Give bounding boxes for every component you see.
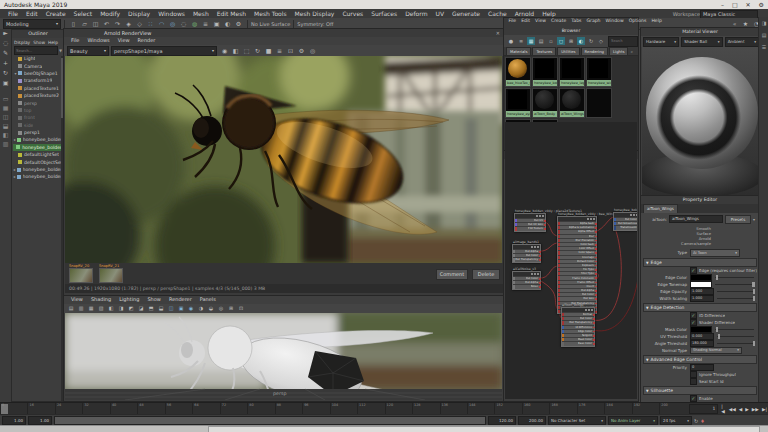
material-viewer-title[interactable]: Material Viewer [641,28,759,36]
move-tool-icon[interactable]: + [0,59,11,69]
animation-start-field[interactable]: 1.00 [2,416,26,425]
menu-item[interactable]: Arnold [511,10,538,17]
menu-item[interactable]: Select [70,10,97,17]
attribute-row[interactable]: Edge Color ▾ [643,274,757,281]
menu-item[interactable]: Mesh [189,10,213,17]
outliner-item[interactable]: Camera [13,62,64,69]
rotate-tool-icon[interactable]: ↻ [0,69,11,79]
shaderball-preview[interactable] [642,47,758,195]
shader-link[interactable]: Camera/sample [657,241,711,246]
browser-panel-title[interactable]: Browser [504,27,638,35]
node-attribute-row[interactable]: Base Color [562,341,594,345]
hypershade-menu-item[interactable]: Help [649,18,664,27]
shader-node[interactable]: aiToon_Wings NormalOut ColorOut Transpar… [561,307,595,347]
node-attribute-row[interactable]: Transmission [614,225,637,229]
grid-view-icon[interactable]: ▦ [527,37,535,45]
hypershade-menu-item[interactable]: Tabs [569,18,584,27]
symmetry-label[interactable]: Symmetry: Off [297,21,333,27]
viewport-menu-item[interactable]: Renderer [165,296,196,304]
new-scene-icon[interactable]: ▯ [69,19,78,28]
attribute-row[interactable]: Ignore Throughput ▾ [643,371,757,378]
attribute-row[interactable]: Width Scaling 1.000 1.000▾ [643,295,757,302]
renderview-menu-item[interactable]: View [114,37,134,45]
gate-mask-icon[interactable]: ◩ [127,305,135,313]
attribute-row[interactable]: Priority 0 0▾ [643,364,757,371]
comment-button[interactable]: Comment [436,269,468,280]
menu-item[interactable]: File [4,10,22,17]
viewport-menu-item[interactable]: Panels [196,296,220,304]
create-material-icon[interactable]: ● [507,37,515,45]
browser-tab[interactable]: Utilities [557,47,579,55]
region-render-icon[interactable]: ⬚ [242,46,251,55]
node-attribute-row[interactable]: Out Transparency [513,257,540,261]
scale-tool-icon[interactable]: ▣ [0,79,11,89]
film-gate-icon[interactable]: ◧ [107,305,115,313]
isolate-selected-icon[interactable]: ⊡ [286,46,295,55]
select-mask-hierarchy-icon[interactable]: ◈ [124,19,133,28]
material-swatch[interactable]: aiToon_Body [532,88,558,118]
playback-start-field[interactable]: 1.00 [28,416,52,425]
menu-item[interactable]: Modify [96,10,124,17]
close-icon[interactable]: ✕ [496,30,500,36]
channel-box-tab-icon[interactable]: ☰ [759,41,768,53]
hypershade-menu-item[interactable]: File [506,18,519,27]
snap-to-curve-icon[interactable]: ◠ [157,19,166,28]
save-scene-icon[interactable]: ◫ [91,19,100,28]
material-swatch[interactable]: honeybee_wing [586,57,612,87]
outliner-item[interactable]: side [13,122,64,129]
attribute-row[interactable]: Normal Type Shading Normal Shading Norma… [643,347,757,354]
viewer-renderer-selector[interactable]: Hardware▾ [643,37,679,47]
menu-item[interactable]: Display [124,10,154,17]
fps-selector[interactable]: 24 fps▾ [660,416,692,425]
layout-three-pane-icon[interactable]: ◧ [0,131,11,140]
sort-name-icon[interactable]: ≡ [517,37,525,45]
layout-outliner-icon[interactable]: ▥ [0,140,11,149]
outliner-item[interactable]: front [13,114,64,121]
safe-action-icon[interactable]: ⬒ [147,305,155,313]
outliner-item[interactable]: persp1 [13,129,64,136]
outliner-item[interactable]: honeybee_bolden_v04y_bee [13,144,64,151]
hypershade-menu-item[interactable]: Window [603,18,626,27]
refresh-swatch-icon[interactable]: ↻ [587,37,595,45]
close-button[interactable]: ✕ [746,1,751,8]
menu-item[interactable]: Surfaces [367,10,401,17]
loop-playback-icon[interactable]: ↻ [694,418,698,424]
tool-settings-tab-icon[interactable]: ▤ [759,29,768,41]
outliner-item[interactable]: persp [13,99,64,106]
attribute-row[interactable]: Mask Color ▾ [643,326,757,333]
resolution-gate-icon[interactable]: ◨ [117,305,125,313]
filter-icon[interactable]: ◐ [577,37,585,45]
snap-to-plane-icon[interactable]: ◌ [179,19,188,28]
browser-tab[interactable]: Textures [532,47,556,55]
ao-icon[interactable]: ◎ [217,305,225,313]
render-camera-icon[interactable]: ◉ [220,46,229,55]
ipr-render-icon[interactable]: ◐ [223,19,232,28]
section-header[interactable]: ▼Edge Detection [643,303,757,312]
snapshot-thumbnail[interactable]: SnapRV_20 [69,264,93,283]
outliner-item[interactable]: ▸honeybee_bolden_v04y1 [13,166,64,173]
outliner-search-input[interactable] [14,46,58,55]
render-settings-icon[interactable]: ⚙ [234,19,243,28]
menu-item[interactable]: Curves [338,10,367,17]
renderview-menu-item[interactable]: File [67,37,83,45]
shader-node[interactable]: aiCellNoise_v3 Out ColorOut AlphaNoise [512,271,541,290]
small-swatch-icon[interactable]: ▫ [547,37,555,45]
play-backwards-button[interactable]: ◀ [738,407,744,412]
character-set-selector[interactable]: No Character Set▾ [548,416,606,425]
zoom-fit-icon[interactable]: ◎ [308,46,317,55]
construction-history-icon[interactable]: ≡ [201,19,210,28]
renderview-menu-item[interactable]: Render [134,37,160,45]
outliner-menu-item[interactable]: Display [14,40,30,45]
large-swatch-icon[interactable]: ⊞ [567,37,575,45]
select-tool-icon[interactable]: ► [0,29,11,39]
attribute-row[interactable]: Shader Difference ✓ ▾ [643,319,757,326]
property-editor-title[interactable]: Property Editor [641,196,759,204]
shader-name-field[interactable]: aiToon_Wings [669,215,723,223]
browser-tab[interactable]: Materials [506,47,531,55]
attribute-row[interactable]: Edge Opacity 1.000 1.000▾ [643,288,757,295]
range-slider[interactable] [54,416,486,425]
attribute-editor-tab-icon[interactable]: ◨ [759,17,768,29]
material-swatch[interactable]: honeybee_legs [559,57,585,87]
field-chart-icon[interactable]: ◪ [137,305,145,313]
make-live-icon[interactable]: ◍ [190,19,199,28]
